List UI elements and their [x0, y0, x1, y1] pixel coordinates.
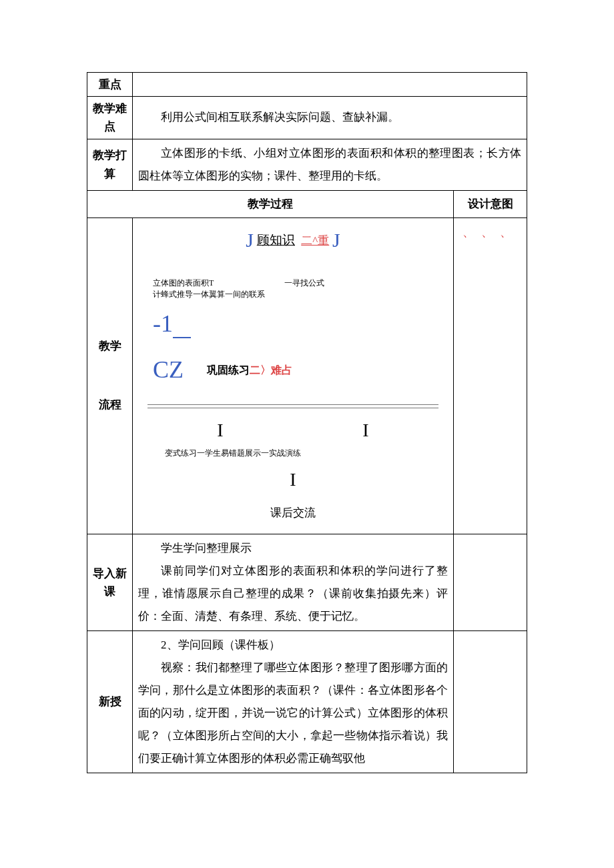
content-intro: 学生学问整理展示 课前同学们对立体图形的表面积和体积的学问进行了整理，谁情愿展示…	[133, 534, 454, 630]
document-page: 重点 教学难点 利用公式间相互联系解决实际问题、查缺补漏。 教学打算 立体图形的…	[0, 0, 614, 868]
table-row: 导入新课 学生学问整理展示 课前同学们对立体图形的表面积和体积的学问进行了整理，…	[87, 534, 527, 630]
label-flow: 教学 流程	[87, 218, 133, 534]
divider-icon	[147, 408, 438, 408]
flow-minus-one: -1	[153, 301, 448, 346]
flow-title-red: 二^重	[301, 234, 329, 247]
flow-serif-center: I	[138, 462, 448, 497]
table-row: 教学过程 设计意图	[87, 190, 527, 218]
content-preparation: 立体图形的卡纸、小组对立体图形的表面积和体积的整理图表；长方体圆柱体等立体图形的…	[133, 139, 527, 190]
header-design: 设计意图	[454, 190, 527, 218]
flow-title: J 顾知识 二^重 J	[138, 225, 448, 255]
flow-consolidate: 巩固练习二〉难占	[207, 364, 292, 376]
label-intro: 导入新课	[87, 534, 133, 630]
flow-cz: CZ	[153, 356, 184, 383]
table-row: 教学 流程 J 顾知识 二^重 J 立体图的表面积T 一寻找公式 计蜂式推导一体…	[87, 218, 527, 534]
content-difficulty: 利用公式间相互联系解决实际问题、查缺补漏。	[133, 97, 527, 139]
label-keypoint: 重点	[87, 73, 133, 97]
flow-serif-marks: I I	[147, 412, 438, 448]
flow-small-line1: 立体图的表面积T 一寻找公式	[153, 278, 448, 289]
flow-variant-line: 变式练习一学生易错题展示一实战演练	[165, 448, 448, 459]
flow-letter-j2: J	[332, 229, 340, 251]
content-keypoint	[133, 73, 527, 97]
header-process: 教学过程	[87, 190, 454, 218]
content-new: 2、学问回顾（课件板） 视察：我们都整理了哪些立体图形？整理了图形哪方面的学问，…	[133, 630, 454, 773]
label-preparation: 教学打算	[87, 139, 133, 190]
flow-after-class: 课后交流	[138, 502, 448, 524]
table-row: 新授 2、学问回顾（课件板） 视察：我们都整理了哪些立体图形？整理了图形哪方面的…	[87, 630, 527, 773]
flow-title-mid: 顾知识	[257, 233, 295, 247]
table-row: 教学打算 立体图形的卡纸、小组对立体图形的表面积和体积的整理图表；长方体圆柱体等…	[87, 139, 527, 190]
flow-small-line2: 计蜂式推导一体翼算一间的联系	[153, 289, 448, 300]
label-difficulty: 教学难点	[87, 97, 133, 139]
design-intro	[454, 534, 527, 630]
divider-icon	[147, 404, 438, 405]
design-marks: 、、、	[454, 218, 527, 534]
table-row: 重点	[87, 73, 527, 97]
flow-cz-line: CZ 巩固练习二〉难占	[153, 347, 448, 392]
label-new: 新授	[87, 630, 133, 773]
design-new	[454, 630, 527, 773]
flow-letter-j1: J	[246, 229, 254, 251]
table-row: 教学难点 利用公式间相互联系解决实际问题、查缺补漏。	[87, 97, 527, 139]
content-flow: J 顾知识 二^重 J 立体图的表面积T 一寻找公式 计蜂式推导一体翼算一间的联…	[133, 218, 454, 534]
lesson-plan-table: 重点 教学难点 利用公式间相互联系解决实际问题、查缺补漏。 教学打算 立体图形的…	[87, 72, 527, 773]
